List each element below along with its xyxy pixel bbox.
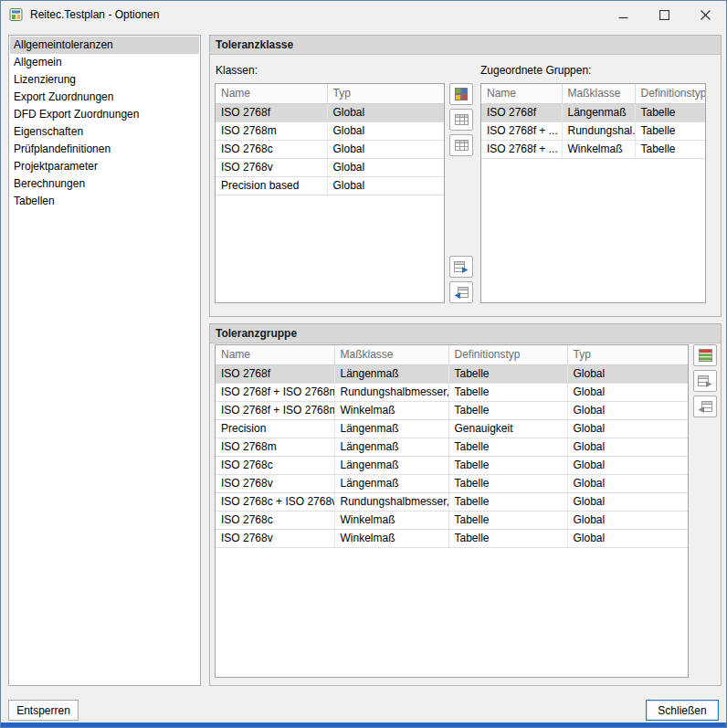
add-class-button[interactable] xyxy=(449,83,473,105)
table-row[interactable]: ISO 2768cGlobal xyxy=(216,140,444,158)
add-group-button[interactable] xyxy=(693,344,717,366)
table-cell: Global xyxy=(567,401,688,419)
table-cell: Winkelmaß xyxy=(334,529,448,547)
table-row[interactable]: ISO 2768cWinkelmaßTabelleGlobal xyxy=(216,511,688,529)
entsperren-button[interactable]: Entsperren xyxy=(8,700,79,721)
table-cell: Rundungshal... xyxy=(562,121,635,140)
edit-class-button[interactable] xyxy=(449,109,473,131)
table-cell: Tabelle xyxy=(635,103,705,121)
sidebar-item[interactable]: Tabellen xyxy=(10,193,199,210)
sidebar-item[interactable]: Berechnungen xyxy=(10,175,199,193)
maximize-button[interactable] xyxy=(644,1,685,28)
table-row[interactable]: ISO 2768fLängenmaßTabelle xyxy=(481,103,705,121)
table-cell: Precision xyxy=(216,419,334,438)
sidebar-item[interactable]: Export Zuordnungen xyxy=(10,89,199,106)
table-cell: Tabelle xyxy=(635,121,705,140)
add-class-colored-grid-icon xyxy=(455,88,468,100)
table-row[interactable]: ISO 2768c + ISO 2768vRundungshalbmesser,… xyxy=(216,492,688,511)
options-dialog: Reitec.Testplan - Optionen Allgemeintole… xyxy=(0,0,727,728)
column-header[interactable]: Definitionstyp xyxy=(448,345,567,364)
column-header[interactable]: Maßklasse xyxy=(334,345,448,364)
table-row[interactable]: ISO 2768f + ...Rundungshal...Tabelle xyxy=(481,121,705,140)
assign-group-button[interactable] xyxy=(449,256,473,278)
unassign-grid-arrow-icon xyxy=(454,286,469,299)
table-cell: Tabelle xyxy=(448,401,567,419)
sidebar-item[interactable]: Allgemein xyxy=(10,54,199,71)
column-header[interactable]: Name xyxy=(481,84,562,103)
table-cell: Global xyxy=(567,474,688,492)
table-row[interactable]: ISO 2768fLängenmaßTabelleGlobal xyxy=(216,364,688,383)
table-cell: Längenmaß xyxy=(334,364,448,383)
table-cell: Tabelle xyxy=(448,456,567,474)
table-cell: ISO 2768m xyxy=(216,121,327,140)
toleranzgruppe-group-title: Toleranzgruppe xyxy=(210,324,721,343)
table-row[interactable]: ISO 2768vWinkelmaßTabelleGlobal xyxy=(216,529,688,547)
sidebar-item[interactable]: DFD Export Zuordnungen xyxy=(10,106,199,123)
sidebar-item[interactable]: Allgemeintoleranzen xyxy=(10,37,199,54)
table-cell: ISO 2768c + ISO 2768v xyxy=(216,492,334,511)
table-row[interactable]: ISO 2768mLängenmaßTabelleGlobal xyxy=(216,438,688,456)
edit-group-button[interactable] xyxy=(693,370,717,392)
delete-class-button[interactable] xyxy=(449,134,473,156)
table-cell: Tabelle xyxy=(448,438,567,456)
sidebar-item[interactable]: Projektparameter xyxy=(10,158,199,175)
klassen-toolbar xyxy=(449,83,473,303)
grid-icon xyxy=(455,139,469,152)
table-row[interactable]: ISO 2768f + ...WinkelmaßTabelle xyxy=(481,140,705,158)
table-cell: Global xyxy=(567,383,688,401)
unassign-group-button[interactable] xyxy=(449,281,473,303)
sidebar-category-list[interactable]: AllgemeintoleranzenAllgemeinLizenzierung… xyxy=(8,35,201,686)
table-row[interactable]: ISO 2768vGlobal xyxy=(216,158,444,176)
toleranzgruppe-table[interactable]: NameMaßklasseDefinitionstypTypISO 2768fL… xyxy=(215,344,689,678)
table-cell: ISO 2768v xyxy=(216,474,334,492)
table-cell: Längenmaß xyxy=(334,419,448,438)
delete-group-button[interactable] xyxy=(693,396,717,417)
table-cell: Global xyxy=(327,176,444,195)
table-cell: ISO 2768f xyxy=(216,103,327,121)
sidebar-item[interactable]: Lizenzierung xyxy=(10,71,199,89)
table-cell: ISO 2768f + ... xyxy=(481,121,562,140)
klassen-table[interactable]: NameTypISO 2768fGlobalISO 2768mGlobalISO… xyxy=(215,83,445,303)
table-cell: Tabelle xyxy=(448,492,567,511)
table-row[interactable]: ISO 2768cLängenmaßTabelleGlobal xyxy=(216,456,688,474)
table-row[interactable]: PrecisionLängenmaßGenauigkeitGlobal xyxy=(216,419,688,438)
assign-grid-arrow-icon xyxy=(454,260,469,273)
minimize-button[interactable] xyxy=(603,1,644,28)
titlebar[interactable]: Reitec.Testplan - Optionen xyxy=(1,1,726,28)
sidebar-item[interactable]: Eigenschaften xyxy=(10,123,199,141)
column-header[interactable]: Name xyxy=(216,345,334,364)
column-header[interactable]: Name xyxy=(216,84,327,103)
table-cell: Global xyxy=(567,364,688,383)
schliessen-button[interactable]: Schließen xyxy=(646,700,719,721)
table-cell: Tabelle xyxy=(635,140,705,158)
table-cell: Precision based xyxy=(216,176,327,195)
column-header[interactable]: Typ xyxy=(327,84,444,103)
table-row[interactable]: ISO 2768f + ISO 2768mWinkelmaßTabelleGlo… xyxy=(216,401,688,419)
grid-icon xyxy=(455,113,469,126)
table-cell: Global xyxy=(567,419,688,438)
column-header[interactable]: Maßklasse xyxy=(562,84,635,103)
table-cell: Global xyxy=(327,158,444,176)
zugeordnete-gruppen-label: Zugeordnete Gruppen: xyxy=(480,64,591,77)
column-header[interactable]: Typ xyxy=(567,345,688,364)
table-row[interactable]: ISO 2768mGlobal xyxy=(216,121,444,140)
table-cell: Längenmaß xyxy=(334,456,448,474)
table-row[interactable]: ISO 2768fGlobal xyxy=(216,103,444,121)
table-cell: Tabelle xyxy=(448,529,567,547)
close-button[interactable] xyxy=(685,1,726,28)
table-cell: Global xyxy=(327,140,444,158)
app-icon xyxy=(9,7,24,22)
table-cell: Tabelle xyxy=(448,383,567,401)
table-cell: ISO 2768c xyxy=(216,511,334,529)
column-header[interactable]: Definitionstyp xyxy=(635,84,705,103)
table-row[interactable]: ISO 2768f + ISO 2768mRundungshalbmesser,… xyxy=(216,383,688,401)
sidebar-item[interactable]: Prüfplandefinitionen xyxy=(10,141,199,158)
table-row[interactable]: ISO 2768vLängenmaßTabelleGlobal xyxy=(216,474,688,492)
zugeordnete-gruppen-table[interactable]: NameMaßklasseDefinitionstypISO 2768fLäng… xyxy=(480,83,706,303)
table-cell: Global xyxy=(327,103,444,121)
table-cell: ISO 2768f xyxy=(216,364,334,383)
table-cell: Längenmaß xyxy=(334,438,448,456)
table-row[interactable]: Precision basedGlobal xyxy=(216,176,444,195)
table-header-row: NameTyp xyxy=(216,84,444,103)
toolbar-spacer xyxy=(449,160,473,252)
